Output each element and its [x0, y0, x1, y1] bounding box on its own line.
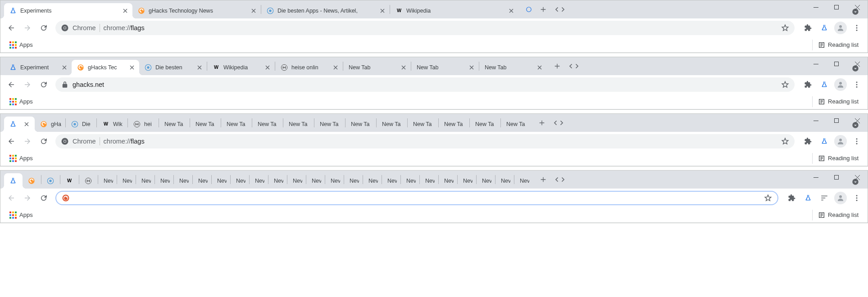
new-tab-button[interactable] — [536, 173, 550, 186]
close-tab-button[interactable] — [196, 64, 203, 71]
tab[interactable]: Nev — [439, 173, 457, 189]
tab[interactable]: Nev — [306, 173, 325, 189]
profile-avatar[interactable] — [833, 191, 848, 205]
maximize-button[interactable] — [826, 114, 847, 127]
reload-button[interactable] — [36, 77, 51, 92]
close-window-button[interactable] — [847, 171, 868, 184]
close-tab-button[interactable] — [264, 64, 271, 71]
close-tab-button[interactable] — [400, 64, 407, 71]
close-tab-button[interactable] — [508, 7, 515, 14]
close-tab-button[interactable] — [61, 64, 68, 71]
omnibox[interactable] — [55, 191, 778, 205]
tab[interactable]: W — [60, 173, 79, 189]
apps-shortcut[interactable]: Apps — [6, 96, 36, 107]
close-tab-button[interactable] — [122, 7, 129, 14]
maximize-button[interactable] — [826, 57, 847, 71]
close-window-button[interactable] — [847, 114, 868, 127]
back-button[interactable] — [4, 21, 18, 35]
menu-button[interactable] — [850, 21, 864, 35]
tab[interactable]: Nev — [136, 173, 155, 189]
maximize-button[interactable] — [826, 171, 847, 184]
bookmark-star-button[interactable] — [781, 81, 789, 89]
tab[interactable]: Nev — [420, 173, 438, 189]
extensions-button[interactable] — [785, 191, 799, 205]
new-tab-button[interactable] — [535, 116, 549, 130]
omnibox[interactable]: Chrome chrome://flags — [55, 21, 795, 35]
extensions-button[interactable] — [801, 134, 815, 148]
minimize-button[interactable] — [805, 0, 826, 14]
close-tab-button[interactable] — [468, 64, 475, 71]
tab[interactable]: heise onlin — [275, 60, 343, 75]
extensions-button[interactable] — [801, 21, 815, 35]
omnibox[interactable]: ghacks.net — [55, 77, 795, 92]
menu-button[interactable] — [850, 134, 864, 148]
tab[interactable]: Nev — [250, 173, 268, 189]
omnibox[interactable]: Chrome chrome://flags — [55, 134, 795, 148]
tab-scroll-buttons[interactable] — [551, 173, 569, 186]
labs-button[interactable] — [817, 21, 832, 35]
tab[interactable]: Nev — [514, 173, 533, 189]
tab[interactable]: New Tab — [343, 60, 411, 75]
tab[interactable]: Nev — [117, 173, 136, 189]
tab[interactable]: Nev — [401, 173, 419, 189]
back-button[interactable] — [4, 77, 18, 92]
labs-button[interactable] — [801, 191, 815, 205]
reading-list-button[interactable]: Reading list — [812, 40, 862, 50]
reading-list-button[interactable]: Reading list — [812, 96, 862, 107]
labs-button[interactable] — [817, 134, 832, 148]
maximize-button[interactable] — [826, 0, 847, 14]
tab[interactable]: hei — [128, 117, 159, 132]
tab[interactable]: New Ta — [314, 117, 345, 132]
tab[interactable]: WWikipedia — [207, 60, 275, 75]
new-tab-button[interactable] — [550, 59, 564, 73]
tab[interactable]: New Ta — [439, 117, 469, 132]
tab[interactable]: New Ta — [221, 117, 252, 132]
tab[interactable]: Nev — [495, 173, 514, 189]
close-tab-button[interactable] — [332, 64, 339, 71]
reload-button[interactable] — [36, 134, 51, 148]
tab[interactable] — [41, 173, 60, 189]
bookmark-star-button[interactable] — [764, 194, 772, 202]
reading-list-button[interactable]: Reading list — [812, 153, 862, 164]
tab-scroll-buttons[interactable] — [550, 116, 568, 130]
tab[interactable]: New Ta — [283, 117, 314, 132]
bookmark-star-button[interactable] — [781, 24, 789, 32]
tab-scroll-buttons[interactable] — [565, 59, 583, 73]
minimize-button[interactable] — [805, 114, 826, 127]
profile-avatar[interactable] — [833, 21, 848, 35]
close-tab-button[interactable] — [23, 121, 30, 128]
tab[interactable]: New Ta — [159, 117, 190, 132]
apps-shortcut[interactable]: Apps — [6, 210, 36, 220]
tab[interactable]: New Tab — [411, 60, 479, 75]
profile-avatar[interactable] — [833, 134, 848, 148]
media-controls-button[interactable] — [817, 191, 832, 205]
profile-avatar[interactable] — [833, 77, 848, 92]
tab[interactable]: New Tab — [479, 60, 547, 75]
tab[interactable]: Die besten Apps - News, Artikel, — [261, 3, 390, 18]
labs-button[interactable] — [817, 77, 832, 92]
tab[interactable]: Nev — [382, 173, 400, 189]
close-tab-button[interactable] — [250, 7, 257, 14]
tab[interactable]: Die — [66, 117, 96, 132]
apps-shortcut[interactable]: Apps — [6, 153, 36, 164]
close-tab-button[interactable] — [379, 7, 386, 14]
menu-button[interactable] — [850, 191, 864, 205]
tab[interactable]: Nev — [325, 173, 344, 189]
tab[interactable]: Nev — [268, 173, 287, 189]
tab[interactable]: Nev — [287, 173, 306, 189]
tab[interactable]: New Ta — [190, 117, 221, 132]
apps-shortcut[interactable]: Apps — [6, 40, 36, 50]
close-tab-button[interactable] — [536, 64, 543, 71]
tab[interactable]: Experiment — [4, 60, 72, 75]
tab[interactable]: Nev — [344, 173, 363, 189]
close-window-button[interactable] — [847, 0, 868, 14]
reload-button[interactable] — [36, 21, 51, 35]
back-button[interactable] — [4, 134, 18, 148]
tab[interactable]: WWikipedia — [390, 3, 518, 18]
tab[interactable]: New Ta — [470, 117, 500, 132]
tab[interactable]: Nev — [155, 173, 173, 189]
tab[interactable]: gHa — [35, 117, 65, 132]
tab[interactable]: Nev — [458, 173, 476, 189]
tab[interactable]: Experiments — [4, 3, 132, 18]
tab[interactable]: New Ta — [252, 117, 283, 132]
